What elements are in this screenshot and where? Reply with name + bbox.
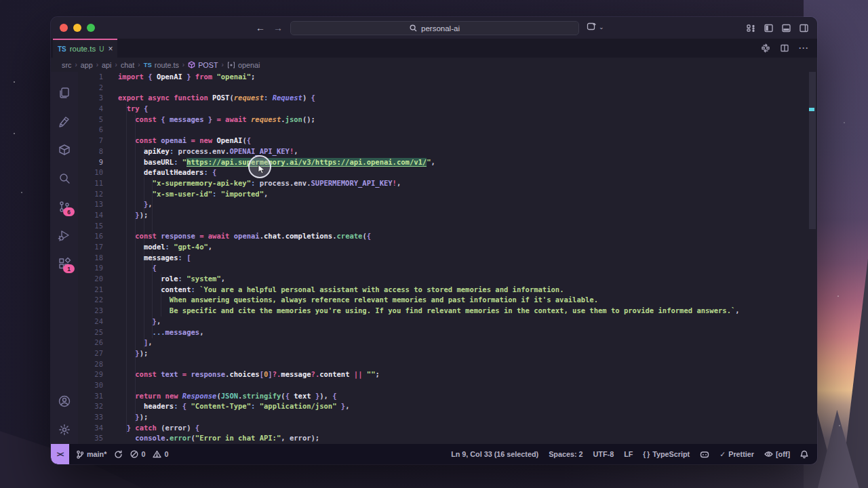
- code-line[interactable]: 33 });: [78, 412, 817, 423]
- code-line[interactable]: 8 apiKey: process.env.OPENAI_API_KEY!,: [78, 146, 817, 157]
- line-number: 9: [78, 157, 103, 168]
- activity-search-icon[interactable]: [51, 164, 78, 192]
- close-tab-icon[interactable]: ×: [108, 44, 113, 54]
- code-line[interactable]: 22 When answering questions, always refe…: [78, 295, 817, 306]
- code-line[interactable]: 31 return new Response(JSON.stringify({ …: [78, 391, 817, 402]
- editor-window: ← → personal-ai ⌄ TS route.ts U × ··· sr…: [51, 17, 817, 464]
- status-spaces[interactable]: Spaces: 2: [549, 450, 583, 458]
- extensions-badge: 1: [63, 264, 75, 273]
- code-line[interactable]: 28: [78, 359, 817, 370]
- code-line[interactable]: 16 const response = await openai.chat.co…: [78, 231, 817, 242]
- tab-filename: route.ts: [70, 45, 96, 53]
- code-line[interactable]: 20 role: "system",: [78, 274, 817, 285]
- code-line[interactable]: 18 messages: [: [78, 253, 817, 264]
- command-center-search[interactable]: personal-ai: [290, 21, 579, 35]
- code-editor[interactable]: 1import { OpenAI } from "openai";23expor…: [78, 72, 817, 444]
- status-lf[interactable]: LF: [624, 450, 633, 458]
- scrollbar-thumb[interactable]: [809, 72, 816, 229]
- editor-actions: ···: [761, 39, 809, 58]
- status-braces[interactable]: { }TypeScript: [643, 450, 690, 458]
- code-line[interactable]: 10 defaultHeaders: {: [78, 167, 817, 178]
- code-line[interactable]: 32 headers: { "Content-Type": "applicati…: [78, 401, 817, 412]
- activity-explorer-icon[interactable]: [51, 79, 78, 107]
- breadcrumb-item-app[interactable]: app: [81, 61, 93, 69]
- copilot-menu-button[interactable]: ⌄: [587, 22, 604, 32]
- code-line[interactable]: 30: [78, 380, 817, 391]
- status-check[interactable]: ✓Prettier: [719, 450, 754, 459]
- code-line[interactable]: 21 content: `You are a helpful personal …: [78, 285, 817, 296]
- split-editor-icon[interactable]: [780, 43, 789, 53]
- status-bell[interactable]: [800, 450, 808, 459]
- back-arrow-icon[interactable]: ←: [256, 22, 265, 33]
- status-utf8[interactable]: UTF-8: [593, 450, 614, 458]
- breadcrumb-item-post[interactable]: POST: [188, 61, 218, 69]
- code-line[interactable]: 13 },: [78, 199, 817, 210]
- activity-extensions-icon[interactable]: 1: [51, 249, 78, 278]
- code-line[interactable]: 19 {: [78, 263, 817, 274]
- forward-arrow-icon[interactable]: →: [273, 22, 283, 33]
- copilot-icon: [700, 450, 709, 459]
- customize-layout-icon[interactable]: [746, 23, 756, 33]
- minimize-window-button[interactable]: [73, 24, 81, 32]
- compare-changes-icon[interactable]: [761, 43, 770, 53]
- zoom-window-button[interactable]: [87, 24, 95, 32]
- code-line[interactable]: 27 });: [78, 348, 817, 359]
- code-line[interactable]: 12 "x-sm-user-id": "imported",: [78, 189, 817, 200]
- method-icon: [188, 61, 195, 68]
- code-line[interactable]: 26 ],: [78, 338, 817, 348]
- close-window-button[interactable]: [60, 24, 68, 32]
- breadcrumb-item-api[interactable]: api: [102, 61, 111, 69]
- code-line[interactable]: 1import { OpenAI } from "openai";: [78, 72, 817, 83]
- breadcrumb-separator: ›: [75, 61, 77, 68]
- more-actions-icon[interactable]: ···: [799, 43, 809, 53]
- breadcrumb-item-src[interactable]: src: [62, 61, 71, 69]
- code-line[interactable]: 2: [78, 83, 817, 94]
- breadcrumb-item-chat[interactable]: chat: [121, 61, 134, 69]
- code-line[interactable]: 7 const openai = new OpenAI({: [78, 136, 817, 146]
- code-line[interactable]: 11 "x-supermemory-api-key": process.env.…: [78, 178, 817, 189]
- code-line[interactable]: 25 ...messages,: [78, 327, 817, 338]
- status-sync[interactable]: [114, 450, 123, 459]
- status-eye[interactable]: [off]: [764, 450, 790, 458]
- toggle-panel-left-icon[interactable]: [764, 23, 774, 33]
- remote-indicator[interactable]: ><: [51, 444, 69, 464]
- code-line[interactable]: 3export async function POST(request: Req…: [78, 93, 817, 104]
- code-line[interactable]: 15: [78, 221, 817, 232]
- line-number: 6: [78, 125, 103, 136]
- activity-run-debug-icon[interactable]: [51, 221, 78, 249]
- line-number: 13: [78, 199, 103, 210]
- status-warning[interactable]: 0: [153, 450, 168, 458]
- code-line[interactable]: 4 try {: [78, 104, 817, 115]
- scrollbar-selection-marker: [809, 108, 814, 111]
- breadcrumb-item-route-ts[interactable]: TSroute.ts: [144, 61, 179, 69]
- code-line[interactable]: 35 console.error("Error in chat API:", e…: [78, 433, 817, 444]
- line-number: 1: [78, 72, 103, 83]
- branch-icon: [76, 450, 84, 459]
- code-line[interactable]: 34 } catch (error) {: [78, 423, 817, 434]
- breadcrumb-item-openai[interactable]: openai: [227, 61, 260, 69]
- code-line[interactable]: 9 baseURL: "https://api.supermemory.ai/v…: [78, 157, 817, 168]
- status-branch[interactable]: main*: [76, 450, 106, 459]
- activity-design-tool-icon[interactable]: [51, 107, 78, 136]
- toggle-panel-bottom-icon[interactable]: [781, 23, 791, 33]
- activity-settings-icon[interactable]: [51, 415, 78, 444]
- status-copilot[interactable]: [700, 450, 709, 459]
- editor-scrollbar[interactable]: [808, 72, 816, 444]
- line-number: 27: [78, 348, 103, 359]
- code-line[interactable]: 14 });: [78, 210, 817, 221]
- tab-route-ts[interactable]: TS route.ts U ×: [53, 39, 117, 58]
- activity-source-control-icon[interactable]: 6: [51, 192, 78, 221]
- code-line[interactable]: 5 const { messages } = await request.jso…: [78, 115, 817, 125]
- activity-package-icon[interactable]: [51, 136, 78, 164]
- code-line[interactable]: 24 },: [78, 317, 817, 327]
- line-number: 20: [78, 274, 103, 285]
- status-error[interactable]: 0: [130, 450, 145, 458]
- code-line[interactable]: 29 const text = response.choices[0]?.mes…: [78, 369, 817, 380]
- toggle-panel-right-icon[interactable]: [799, 23, 809, 33]
- code-line[interactable]: 17 model: "gpt-4o",: [78, 242, 817, 253]
- activity-account-icon[interactable]: [51, 387, 78, 415]
- status-ln[interactable]: Ln 9, Col 33 (16 selected): [451, 450, 538, 458]
- code-line[interactable]: 23 Be specific and cite the memories you…: [78, 306, 817, 317]
- line-number: 21: [78, 285, 103, 296]
- code-line[interactable]: 6: [78, 125, 817, 136]
